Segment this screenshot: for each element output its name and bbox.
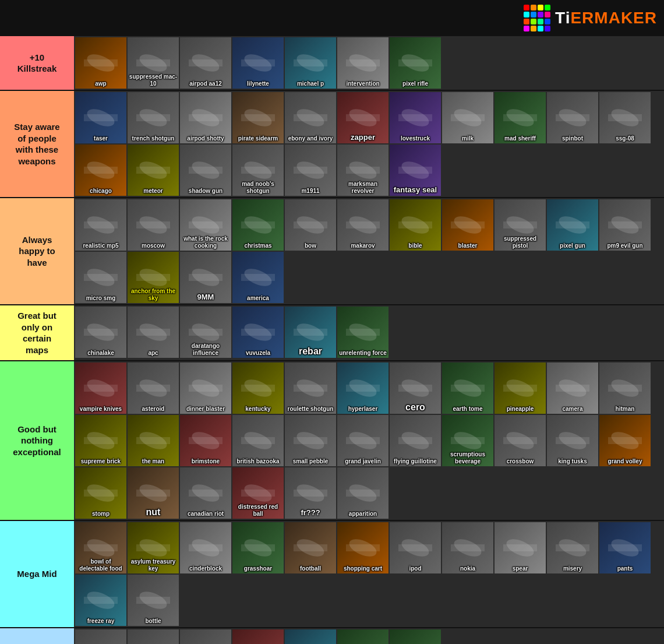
item-hitman[interactable]: hitman [599, 363, 651, 414]
item-america[interactable]: america [232, 252, 284, 303]
item-michael-p[interactable]: michael p [285, 37, 336, 89]
item-moscow[interactable]: moscow [128, 199, 179, 251]
item-vuvuzela[interactable]: vuvuzela [232, 307, 284, 358]
item-micro-smg[interactable]: micro smg [75, 252, 126, 303]
item-bible[interactable]: bible [390, 199, 441, 251]
item-ssg-08[interactable]: ssg-08 [599, 92, 651, 143]
item-chinalake[interactable]: chinalake [75, 307, 126, 358]
item-nokia[interactable]: nokia [442, 522, 493, 573]
item-awp[interactable]: awp [75, 37, 126, 89]
item-pants[interactable]: pants [599, 522, 651, 573]
item-meteor[interactable]: meteor [128, 145, 179, 196]
item-anchor-from-the-sky[interactable]: anchor from the sky [128, 252, 179, 303]
item-freeze-ray[interactable]: freeze ray [75, 575, 126, 626]
item-lovestruck[interactable]: lovestruck [390, 92, 441, 143]
item-kentucky[interactable]: kentucky [232, 363, 284, 414]
item-rebar[interactable]: rebar [285, 307, 336, 358]
item-taser[interactable]: taser [75, 92, 126, 143]
item-lilynette[interactable]: lilynette [232, 37, 284, 89]
item-marksman-revolver[interactable]: marksman revolver [337, 145, 388, 196]
item-earth-tome[interactable]: earth tome [442, 363, 493, 414]
item-king-tusks[interactable]: king tusks [547, 415, 598, 466]
item-british-bazooka[interactable]: british bazooka [232, 415, 284, 466]
item-chicago[interactable]: chicago [75, 145, 126, 196]
item-distressed-red-ball[interactable]: distressed red ball [232, 467, 284, 519]
item-fr???[interactable]: fr??? [285, 467, 336, 519]
item-unrelenting-force[interactable]: unrelenting force [337, 307, 388, 358]
item-hound[interactable]: hound [75, 629, 126, 644]
item-spinbot[interactable]: spinbot [547, 92, 598, 143]
item-paddle[interactable]: paddle [285, 629, 336, 644]
item-suppressed-pistol[interactable]: suppressed pistol [495, 199, 546, 251]
item-dvd-logo[interactable]: dvd logo [390, 629, 441, 644]
item-dinner-blaster[interactable]: dinner blaster [180, 363, 231, 414]
item-fantasy-seal[interactable]: fantasy seal [390, 145, 441, 196]
item-throwing-dart[interactable]: throwing dart [128, 629, 179, 644]
item-pm9-evil-gun[interactable]: pm9 evil gun [599, 199, 651, 251]
item-blaster[interactable]: blaster [442, 199, 493, 251]
item-camera[interactable]: camera [547, 363, 598, 414]
item-zapper[interactable]: zapper [337, 92, 388, 143]
item-airpod-shotty[interactable]: airpod shotty [180, 92, 231, 143]
item-label-shadow-gun: shadow gun [180, 188, 231, 195]
item-pineapple[interactable]: pineapple [495, 363, 546, 414]
item-label-pixel-gun: pixel gun [547, 242, 598, 249]
item-milk[interactable]: milk [442, 92, 493, 143]
item-asylum-treasury-key[interactable]: asylum treasury key [128, 522, 179, 573]
item-roulette-shotgun[interactable]: roulette shotgun [285, 363, 336, 414]
item-misery[interactable]: misery [547, 522, 598, 573]
item-ebony-and-ivory[interactable]: ebony and ivory [285, 92, 336, 143]
item-grand-volley[interactable]: grand volley [599, 415, 651, 466]
item-mad-sheriff[interactable]: mad sheriff [495, 92, 546, 143]
item-pixel-gun[interactable]: pixel gun [547, 199, 598, 251]
item-trench-shotgun[interactable]: trench shotgun [128, 92, 179, 143]
item-football[interactable]: football [285, 522, 336, 573]
item-flying-guillotine[interactable]: flying guillotine [390, 415, 441, 466]
item-supreme-brick[interactable]: supreme brick [75, 415, 126, 466]
item-stomp[interactable]: stomp [75, 467, 126, 519]
item-intervention[interactable]: intervention [337, 37, 388, 89]
item-shopping-cart[interactable]: shopping cart [337, 522, 388, 573]
item-label-micro-smg: micro smg [75, 295, 126, 302]
item-apc[interactable]: apc [128, 307, 179, 358]
item-label-lilynette: lilynette [232, 80, 284, 87]
item-apparition[interactable]: apparition [337, 467, 388, 519]
item-ipod[interactable]: ipod [390, 522, 441, 573]
item-bowl-of-delectable-food[interactable]: bowl of delectable food [75, 522, 126, 573]
item-crossbow[interactable]: crossbow [495, 415, 546, 466]
item-bottle[interactable]: bottle [128, 575, 179, 626]
item-airpod-aa12[interactable]: airpod aa12 [180, 37, 231, 89]
item-asteroid[interactable]: asteroid [128, 363, 179, 414]
item-realistic-mp5[interactable]: realistic mp5 [75, 199, 126, 251]
item-m1911[interactable]: m1911 [285, 145, 336, 196]
tier-label-stay-aware: Stay aware of people with these weapons [0, 91, 74, 197]
item-makarov[interactable]: makarov [337, 199, 388, 251]
item-small-pebble[interactable]: small pebble [285, 415, 336, 466]
item-christmas[interactable]: christmas [232, 199, 284, 251]
item-pirate-sidearm[interactable]: pirate sidearm [232, 92, 284, 143]
item-canadian-riot[interactable]: canadian riot [180, 467, 231, 519]
item-the-man[interactable]: the man [128, 415, 179, 466]
item-vampire-knives[interactable]: vampire knives [75, 363, 126, 414]
item-brimstone[interactable]: brimstone [180, 415, 231, 466]
item-puffer-gun[interactable]: puffer gun [337, 629, 388, 644]
item-cinderblock[interactable]: cinderblock [180, 522, 231, 573]
item-grasshoar[interactable]: grasshoar [232, 522, 284, 573]
item-cero[interactable]: cero [390, 363, 441, 414]
item-daratango-influence[interactable]: daratango influence [180, 307, 231, 358]
item-yeetable-port[interactable]: yeetable port [180, 629, 231, 644]
item-9mm[interactable]: 9MM [180, 252, 231, 303]
item-what-is-the-rock-cooking[interactable]: what is the rock cooking [180, 199, 231, 251]
item-mad-noob's-shotgun[interactable]: mad noob's shotgun [232, 145, 284, 196]
item-bow[interactable]: bow [285, 199, 336, 251]
item-hyperlaser[interactable]: hyperlaser [337, 363, 388, 414]
item-grand-javelin[interactable]: grand javelin [337, 415, 388, 466]
item-scrumptious-beverage[interactable]: scrumptious beverage [442, 415, 493, 466]
item-suppressed-mac-10[interactable]: suppressed mac-10 [128, 37, 179, 89]
item-label-moscow: moscow [128, 242, 179, 249]
item-spear[interactable]: spear [495, 522, 546, 573]
item-shadow-gun[interactable]: shadow gun [180, 145, 231, 196]
item-nut[interactable]: nut [128, 467, 179, 519]
item-pinger[interactable]: pinger [232, 629, 284, 644]
item-pixel-rifle[interactable]: pixel rifle [390, 37, 441, 89]
